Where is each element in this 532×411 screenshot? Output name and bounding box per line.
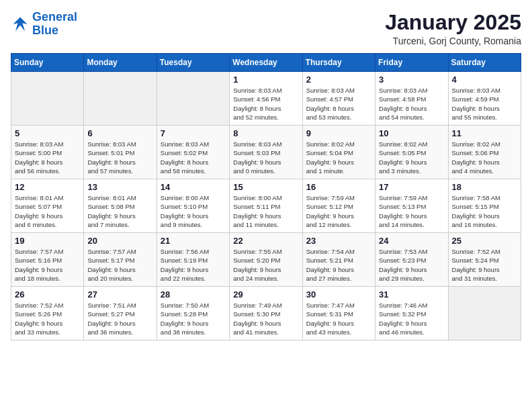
- day-number: 29: [233, 289, 298, 300]
- day-info: Sunrise: 7:54 AM Sunset: 5:21 PM Dayligh…: [306, 247, 371, 283]
- day-info: Sunrise: 8:01 AM Sunset: 5:08 PM Dayligh…: [87, 193, 152, 229]
- calendar-subtitle: Turceni, Gorj County, Romania: [385, 36, 521, 46]
- day-info: Sunrise: 8:03 AM Sunset: 4:58 PM Dayligh…: [379, 86, 444, 122]
- calendar-week-row: 26Sunrise: 7:52 AM Sunset: 5:26 PM Dayli…: [11, 287, 521, 340]
- day-number: 1: [233, 75, 298, 85]
- calendar-cell: 9Sunrise: 8:02 AM Sunset: 5:04 PM Daylig…: [302, 126, 375, 179]
- calendar-cell: 28Sunrise: 7:50 AM Sunset: 5:28 PM Dayli…: [157, 287, 229, 340]
- calendar-cell: 15Sunrise: 8:00 AM Sunset: 5:11 PM Dayli…: [230, 179, 302, 233]
- logo: General Blue: [11, 11, 77, 38]
- calendar-cell: 17Sunrise: 7:59 AM Sunset: 5:13 PM Dayli…: [375, 179, 448, 233]
- day-number: 3: [379, 75, 444, 85]
- day-number: 18: [452, 182, 517, 192]
- calendar-cell: 3Sunrise: 8:03 AM Sunset: 4:58 PM Daylig…: [375, 72, 448, 126]
- day-info: Sunrise: 7:50 AM Sunset: 5:28 PM Dayligh…: [161, 301, 226, 336]
- weekday-header: Thursday: [302, 54, 375, 72]
- day-number: 20: [87, 236, 152, 246]
- day-number: 25: [452, 236, 517, 246]
- day-number: 11: [452, 128, 517, 138]
- day-info: Sunrise: 7:56 AM Sunset: 5:19 PM Dayligh…: [161, 247, 226, 283]
- calendar-cell: 4Sunrise: 8:03 AM Sunset: 4:59 PM Daylig…: [448, 72, 521, 126]
- calendar-week-row: 5Sunrise: 8:03 AM Sunset: 5:00 PM Daylig…: [11, 126, 521, 179]
- calendar-cell: 21Sunrise: 7:56 AM Sunset: 5:19 PM Dayli…: [157, 233, 229, 287]
- calendar-cell: 23Sunrise: 7:54 AM Sunset: 5:21 PM Dayli…: [302, 233, 375, 287]
- calendar-week-row: 1Sunrise: 8:03 AM Sunset: 4:56 PM Daylig…: [11, 72, 521, 126]
- day-info: Sunrise: 8:00 AM Sunset: 5:11 PM Dayligh…: [233, 193, 298, 229]
- calendar-cell: 1Sunrise: 8:03 AM Sunset: 4:56 PM Daylig…: [230, 72, 302, 126]
- weekday-row: SundayMondayTuesdayWednesdayThursdayFrid…: [11, 54, 521, 72]
- day-number: 9: [306, 128, 371, 138]
- calendar-body: 1Sunrise: 8:03 AM Sunset: 4:56 PM Daylig…: [11, 72, 521, 340]
- day-number: 30: [306, 289, 371, 300]
- calendar-week-row: 19Sunrise: 7:57 AM Sunset: 5:16 PM Dayli…: [11, 233, 521, 287]
- calendar-cell: [157, 72, 229, 126]
- day-number: 13: [87, 182, 152, 192]
- logo-text: General Blue: [32, 11, 77, 38]
- day-info: Sunrise: 8:02 AM Sunset: 5:06 PM Dayligh…: [452, 140, 517, 175]
- calendar-cell: 2Sunrise: 8:03 AM Sunset: 4:57 PM Daylig…: [302, 72, 375, 126]
- day-number: 27: [87, 289, 152, 300]
- day-info: Sunrise: 7:51 AM Sunset: 5:27 PM Dayligh…: [87, 301, 152, 336]
- calendar-week-row: 12Sunrise: 8:01 AM Sunset: 5:07 PM Dayli…: [11, 179, 521, 233]
- day-number: 10: [379, 128, 444, 138]
- day-info: Sunrise: 7:53 AM Sunset: 5:23 PM Dayligh…: [379, 247, 444, 283]
- day-number: 7: [161, 128, 226, 138]
- calendar-cell: 20Sunrise: 7:57 AM Sunset: 5:17 PM Dayli…: [84, 233, 157, 287]
- calendar-cell: 29Sunrise: 7:49 AM Sunset: 5:30 PM Dayli…: [230, 287, 302, 340]
- calendar-cell: [84, 72, 157, 126]
- calendar-cell: 16Sunrise: 7:59 AM Sunset: 5:12 PM Dayli…: [302, 179, 375, 233]
- day-info: Sunrise: 7:52 AM Sunset: 5:26 PM Dayligh…: [15, 301, 80, 336]
- calendar-cell: 10Sunrise: 8:02 AM Sunset: 5:05 PM Dayli…: [375, 126, 448, 179]
- day-number: 5: [15, 128, 80, 138]
- day-number: 23: [306, 236, 371, 246]
- calendar-cell: 11Sunrise: 8:02 AM Sunset: 5:06 PM Dayli…: [448, 126, 521, 179]
- day-info: Sunrise: 8:03 AM Sunset: 5:01 PM Dayligh…: [87, 140, 152, 175]
- weekday-header: Monday: [84, 54, 157, 72]
- day-info: Sunrise: 7:57 AM Sunset: 5:17 PM Dayligh…: [87, 247, 152, 283]
- day-info: Sunrise: 8:03 AM Sunset: 5:00 PM Dayligh…: [15, 140, 80, 175]
- calendar-cell: 25Sunrise: 7:52 AM Sunset: 5:24 PM Dayli…: [448, 233, 521, 287]
- day-info: Sunrise: 7:46 AM Sunset: 5:32 PM Dayligh…: [379, 301, 444, 336]
- calendar-cell: 5Sunrise: 8:03 AM Sunset: 5:00 PM Daylig…: [11, 126, 84, 179]
- day-info: Sunrise: 8:03 AM Sunset: 5:03 PM Dayligh…: [233, 140, 298, 175]
- calendar-cell: 19Sunrise: 7:57 AM Sunset: 5:16 PM Dayli…: [11, 233, 84, 287]
- day-number: 12: [15, 182, 80, 192]
- day-info: Sunrise: 7:59 AM Sunset: 5:12 PM Dayligh…: [306, 193, 371, 229]
- weekday-header: Sunday: [11, 54, 84, 72]
- calendar-cell: 7Sunrise: 8:03 AM Sunset: 5:02 PM Daylig…: [157, 126, 229, 179]
- weekday-header: Wednesday: [230, 54, 302, 72]
- day-info: Sunrise: 7:52 AM Sunset: 5:24 PM Dayligh…: [452, 247, 517, 283]
- calendar-header: SundayMondayTuesdayWednesdayThursdayFrid…: [11, 54, 521, 72]
- day-number: 16: [306, 182, 371, 192]
- calendar-cell: 18Sunrise: 7:58 AM Sunset: 5:15 PM Dayli…: [448, 179, 521, 233]
- day-info: Sunrise: 8:02 AM Sunset: 5:04 PM Dayligh…: [306, 140, 371, 175]
- day-number: 2: [306, 75, 371, 85]
- day-info: Sunrise: 8:03 AM Sunset: 4:59 PM Dayligh…: [452, 86, 517, 122]
- day-number: 28: [161, 289, 226, 300]
- calendar-cell: 24Sunrise: 7:53 AM Sunset: 5:23 PM Dayli…: [375, 233, 448, 287]
- day-info: Sunrise: 8:03 AM Sunset: 5:02 PM Dayligh…: [161, 140, 226, 175]
- title-block: January 2025 Turceni, Gorj County, Roman…: [385, 11, 521, 46]
- calendar-cell: 26Sunrise: 7:52 AM Sunset: 5:26 PM Dayli…: [11, 287, 84, 340]
- calendar-cell: 8Sunrise: 8:03 AM Sunset: 5:03 PM Daylig…: [230, 126, 302, 179]
- day-info: Sunrise: 8:03 AM Sunset: 4:57 PM Dayligh…: [306, 86, 371, 122]
- day-number: 24: [379, 236, 444, 246]
- calendar-cell: 27Sunrise: 7:51 AM Sunset: 5:27 PM Dayli…: [84, 287, 157, 340]
- day-info: Sunrise: 8:02 AM Sunset: 5:05 PM Dayligh…: [379, 140, 444, 175]
- page-header: General Blue January 2025 Turceni, Gorj …: [11, 11, 521, 46]
- logo-icon: [11, 15, 30, 34]
- day-info: Sunrise: 8:00 AM Sunset: 5:10 PM Dayligh…: [161, 193, 226, 229]
- calendar-cell: 31Sunrise: 7:46 AM Sunset: 5:32 PM Dayli…: [375, 287, 448, 340]
- calendar-cell: 22Sunrise: 7:55 AM Sunset: 5:20 PM Dayli…: [230, 233, 302, 287]
- day-info: Sunrise: 8:01 AM Sunset: 5:07 PM Dayligh…: [15, 193, 80, 229]
- calendar-cell: 12Sunrise: 8:01 AM Sunset: 5:07 PM Dayli…: [11, 179, 84, 233]
- weekday-header: Tuesday: [157, 54, 229, 72]
- day-info: Sunrise: 7:59 AM Sunset: 5:13 PM Dayligh…: [379, 193, 444, 229]
- calendar-cell: 14Sunrise: 8:00 AM Sunset: 5:10 PM Dayli…: [157, 179, 229, 233]
- day-number: 19: [15, 236, 80, 246]
- day-number: 31: [379, 289, 444, 300]
- day-number: 22: [233, 236, 298, 246]
- day-info: Sunrise: 7:57 AM Sunset: 5:16 PM Dayligh…: [15, 247, 80, 283]
- day-info: Sunrise: 7:58 AM Sunset: 5:15 PM Dayligh…: [452, 193, 517, 229]
- day-number: 14: [161, 182, 226, 192]
